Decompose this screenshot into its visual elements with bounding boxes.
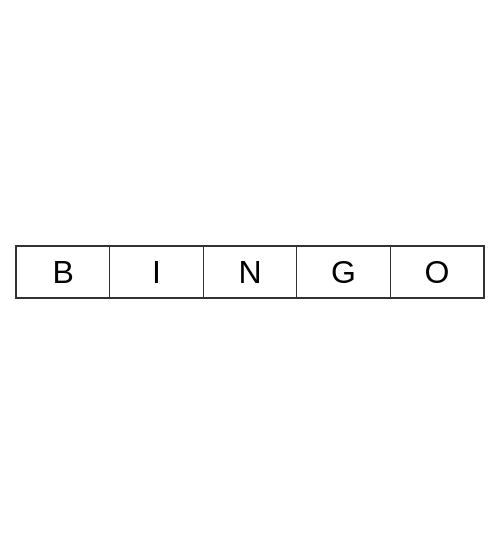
bingo-header-row: BINGO [16, 246, 484, 298]
header-col-b: B [16, 246, 110, 298]
header-col-i: I [110, 246, 204, 298]
bingo-card: BINGO [15, 245, 485, 299]
header-col-n: N [203, 246, 297, 298]
header-col-o: O [390, 246, 484, 298]
header-col-g: G [297, 246, 391, 298]
